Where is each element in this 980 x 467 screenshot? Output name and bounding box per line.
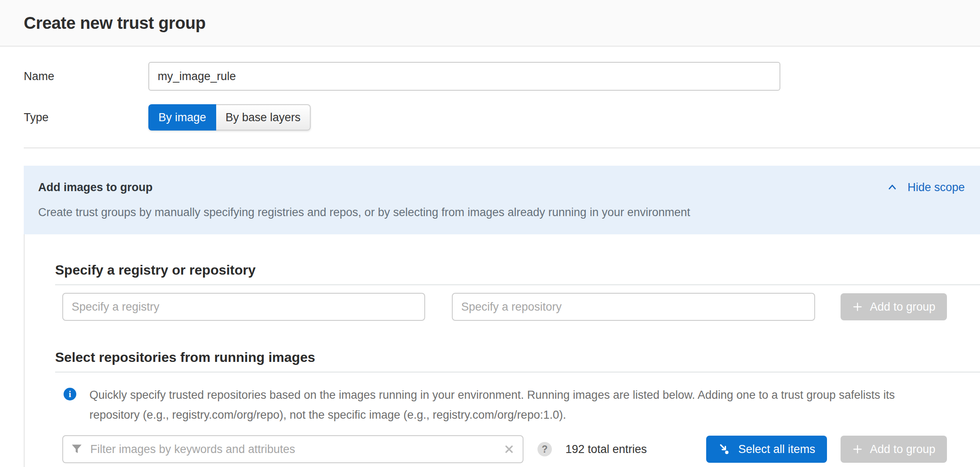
info-text: Quickly specify trusted repositories bas… (89, 385, 916, 425)
name-label: Name (24, 70, 148, 83)
scope-panel: Specify a registry or repository Add to … (24, 234, 980, 467)
select-all-icon (718, 443, 731, 456)
name-row: Name (24, 62, 980, 91)
chevron-up-icon (886, 181, 898, 193)
add-to-group-button-images[interactable]: Add to group (841, 436, 947, 463)
clear-filter-icon[interactable] (503, 443, 515, 457)
images-toolbar: ? 192 total entries Select all items (62, 435, 980, 463)
type-label: Type (24, 111, 148, 124)
add-to-group-label: Add to group (870, 300, 935, 314)
repository-input[interactable] (452, 293, 815, 321)
type-option-by-base-layers[interactable]: By base layers (216, 104, 311, 131)
info-callout: i Quickly specify trusted repositories b… (64, 385, 980, 425)
add-to-group-button-registry[interactable]: Add to group (841, 293, 947, 320)
add-to-group-label: Add to group (870, 443, 935, 456)
registry-input[interactable] (62, 293, 425, 321)
plus-icon (852, 444, 863, 455)
registry-section: Specify a registry or repository Add to … (55, 234, 980, 321)
registry-section-rule (55, 284, 980, 285)
running-images-rule (55, 372, 980, 372)
type-toggle-group: By image By base layers (148, 104, 311, 131)
type-row: Type By image By base layers (24, 104, 980, 131)
plus-icon (852, 301, 863, 312)
page-title: Create new trust group (24, 14, 206, 33)
help-icon[interactable]: ? (537, 442, 552, 456)
scope-banner-description: Create trust groups by manually specifyi… (38, 204, 972, 221)
running-images-heading: Select repositories from running images (55, 321, 980, 366)
name-input[interactable] (148, 62, 780, 91)
filter-funnel-icon (70, 442, 84, 458)
scope-banner-title: Add images to group (38, 180, 153, 195)
info-icon: i (64, 388, 76, 425)
page-header: Create new trust group (0, 0, 980, 47)
select-all-items-button[interactable]: Select all items (706, 436, 827, 463)
select-all-label: Select all items (738, 443, 816, 456)
filter-images-input[interactable] (62, 435, 523, 463)
registry-section-heading: Specify a registry or repository (55, 234, 980, 278)
form-scope-divider (24, 147, 980, 148)
trust-group-form: Name Type By image By base layers (0, 47, 980, 131)
filter-wrap (62, 435, 523, 463)
running-images-section: Select repositories from running images … (55, 321, 980, 463)
hide-scope-link[interactable]: Hide scope (886, 181, 972, 194)
hide-scope-label: Hide scope (908, 181, 965, 194)
type-option-by-image[interactable]: By image (148, 104, 216, 131)
total-entries-count: 192 total entries (565, 443, 647, 456)
scope-banner: Add images to group Hide scope Create tr… (24, 166, 980, 234)
